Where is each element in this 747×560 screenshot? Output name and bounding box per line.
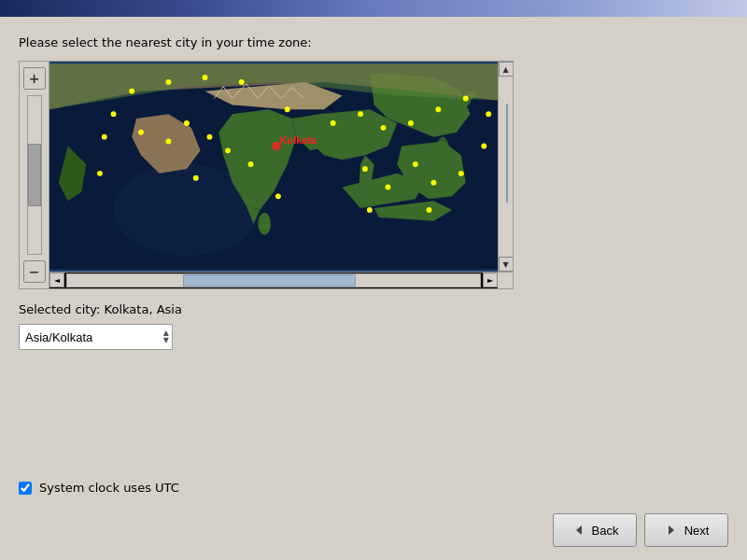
horizontal-scroll-thumb <box>183 274 357 287</box>
svg-point-26 <box>427 207 432 213</box>
instruction-text: Please select the nearest city in your t… <box>19 35 728 49</box>
svg-point-5 <box>435 137 450 174</box>
svg-point-21 <box>362 166 368 172</box>
next-icon <box>664 523 679 538</box>
scroll-down-button[interactable]: ▼ <box>499 257 514 272</box>
svg-point-2 <box>258 213 271 235</box>
map-svg: Kolkata <box>49 62 498 272</box>
svg-point-29 <box>111 111 117 117</box>
svg-point-9 <box>184 120 190 126</box>
svg-point-6 <box>97 171 103 176</box>
map-right-scrollbar: ▲ ▼ <box>498 62 513 272</box>
bottom-scrollbar-row: ◄ ► <box>49 272 513 288</box>
svg-point-17 <box>408 120 414 126</box>
svg-point-24 <box>458 171 464 176</box>
scrollbar-corner <box>498 273 513 288</box>
svg-marker-41 <box>576 525 582 535</box>
title-bar <box>0 0 747 17</box>
svg-marker-42 <box>669 525 674 535</box>
svg-point-27 <box>193 175 199 181</box>
map-image-area[interactable]: Kolkata <box>49 62 498 272</box>
svg-point-18 <box>435 106 441 112</box>
svg-point-34 <box>486 111 491 117</box>
utc-label[interactable]: System clock uses UTC <box>39 481 179 495</box>
svg-point-19 <box>463 96 469 102</box>
svg-point-22 <box>386 185 391 190</box>
vertical-scroll-thumb <box>28 144 41 207</box>
scroll-right-button[interactable]: ► <box>483 273 498 287</box>
svg-point-8 <box>165 139 171 145</box>
main-content: Please select the nearest city in your t… <box>0 17 747 560</box>
svg-point-33 <box>239 79 245 85</box>
svg-point-36 <box>275 193 281 199</box>
timezone-select[interactable]: Asia/Kolkata Asia/Calcutta Asia/Dhaka UT… <box>19 324 173 350</box>
map-container: + − <box>19 61 514 289</box>
zoom-out-button[interactable]: − <box>23 260 46 283</box>
svg-point-32 <box>203 75 208 80</box>
svg-point-23 <box>430 180 436 186</box>
svg-text:Kolkata: Kolkata <box>280 135 317 147</box>
right-scroll-thumb <box>506 104 508 203</box>
zoom-in-button[interactable]: + <box>23 67 46 90</box>
back-icon <box>571 523 586 538</box>
scroll-left-button[interactable]: ◄ <box>49 273 64 287</box>
svg-point-14 <box>331 120 336 126</box>
svg-point-28 <box>102 134 107 140</box>
map-right-section: Kolkata ▲ ▼ ◄ ► <box>49 62 513 288</box>
utc-checkbox-row: System clock uses UTC <box>19 481 179 495</box>
svg-point-31 <box>165 79 171 85</box>
svg-point-15 <box>358 111 363 117</box>
svg-point-7 <box>138 130 144 135</box>
svg-point-13 <box>285 106 290 112</box>
selected-city-label: Selected city: Kolkata, Asia <box>19 302 728 316</box>
next-button[interactable]: Next <box>644 513 728 547</box>
utc-checkbox[interactable] <box>19 482 32 495</box>
back-label: Back <box>592 524 619 538</box>
svg-point-16 <box>381 125 387 131</box>
map-left-controls: + − <box>20 62 49 288</box>
svg-point-20 <box>413 161 418 167</box>
timezone-select-wrapper: Asia/Kolkata Asia/Calcutta Asia/Dhaka UT… <box>19 324 173 350</box>
horizontal-scroll-track[interactable] <box>66 273 481 287</box>
svg-point-25 <box>367 207 373 213</box>
button-row: Back Next <box>553 513 728 547</box>
svg-point-11 <box>225 147 231 153</box>
map-and-vscroll: Kolkata ▲ ▼ <box>49 62 513 272</box>
back-button[interactable]: Back <box>553 513 637 547</box>
svg-point-10 <box>206 134 212 140</box>
svg-point-35 <box>481 144 486 149</box>
vertical-scroll-track[interactable] <box>27 95 42 255</box>
scroll-up-button[interactable]: ▲ <box>499 62 514 77</box>
next-label: Next <box>684 524 710 538</box>
svg-point-12 <box>248 161 254 167</box>
svg-point-30 <box>129 89 134 94</box>
